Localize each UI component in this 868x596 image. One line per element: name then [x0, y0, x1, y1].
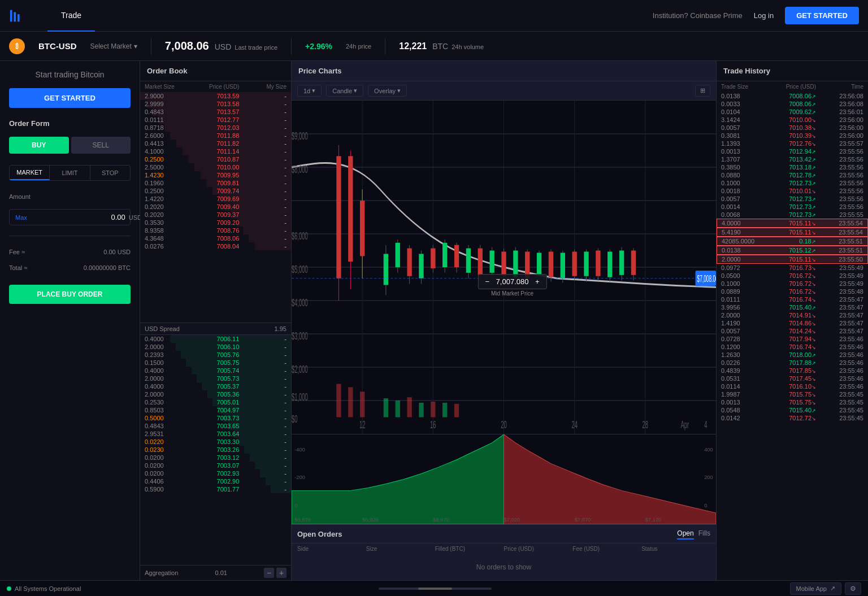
chart-settings-button[interactable]: ⊞ [695, 85, 710, 97]
ob-bid-row[interactable]: 0.44067002.90- [140, 477, 291, 485]
institution-link[interactable]: Institution? Coinbase Prime [653, 11, 743, 20]
ob-bid-row[interactable]: 0.02307003.26- [140, 446, 291, 454]
th-trade-price: 7010.01 [769, 188, 816, 194]
scrollbar-thumb[interactable] [418, 588, 452, 590]
agg-minus-button[interactable]: − [264, 568, 274, 578]
last-trade-price-group: 7,008.06 USD Last trade price [165, 40, 277, 53]
buy-tab[interactable]: BUY [9, 137, 69, 154]
up-arrow-icon [811, 172, 816, 179]
th-trade-price: 7017.45 [769, 375, 816, 382]
ob-bid-row[interactable]: 0.40007006.11- [140, 335, 291, 343]
th-trade-row: 0.00187010.0123:55:56 [717, 187, 868, 195]
ob-ask-row[interactable]: 0.87187012.03- [140, 124, 291, 132]
ob-bid-row[interactable]: 0.02007003.12- [140, 454, 291, 462]
sell-tab[interactable]: SELL [71, 137, 131, 154]
overlay-button[interactable]: Overlay ▾ [368, 85, 407, 97]
ob-ask-row[interactable]: 0.25007010.87- [140, 155, 291, 163]
th-trade-time: 23:55:56 [816, 172, 863, 179]
ob-bid-row[interactable]: 0.85037004.97- [140, 406, 291, 414]
nav-tabs: Trade [47, 0, 653, 32]
max-button[interactable]: Max [15, 214, 27, 221]
get-started-nav-button[interactable]: GET STARTED [785, 7, 859, 24]
ob-ask-price: 7013.59 [192, 93, 240, 99]
ob-bid-my-size: - [239, 367, 287, 374]
down-arrow-icon [811, 415, 816, 421]
limit-tab[interactable]: LIMIT [50, 166, 90, 180]
th-trade-row: 42085.00000.1823:55:51 [717, 237, 868, 246]
fee-row: Fee ≈ 0.00 USD [9, 249, 131, 255]
spread-label: USD Spread [145, 325, 180, 332]
volume-label: 24h volume [452, 43, 484, 50]
ob-bid-row[interactable]: 0.25307005.01- [140, 398, 291, 406]
nav-tab-trade[interactable]: Trade [47, 0, 95, 32]
th-trade-size: 0.0889 [721, 288, 769, 295]
ob-bid-row[interactable]: 0.40007005.74- [140, 367, 291, 375]
ob-bid-row[interactable]: 2.95317003.64- [140, 430, 291, 438]
svg-text:20: 20 [501, 419, 507, 430]
ob-ask-row[interactable]: 0.25007009.74- [140, 187, 291, 195]
ob-bid-row[interactable]: 0.59007001.77- [140, 485, 291, 493]
up-arrow-icon [811, 304, 816, 311]
agg-plus-button[interactable]: + [276, 568, 287, 578]
ob-ask-row[interactable]: 0.20207009.40- [140, 203, 291, 211]
select-market-button[interactable]: Select Market ▾ [90, 42, 137, 50]
th-trade-row: 0.01387015.1223:55:51 [717, 246, 868, 255]
th-trade-size: 0.0111 [721, 296, 769, 303]
ob-ask-row[interactable]: 2.99997013.58- [140, 100, 291, 108]
ob-bid-row[interactable]: 0.15007005.75- [140, 359, 291, 367]
scrollbar[interactable] [379, 588, 492, 590]
ob-ask-row[interactable]: 0.19607009.81- [140, 179, 291, 187]
timeframe-button[interactable]: 1d ▾ [297, 85, 322, 97]
place-buy-order-button[interactable]: PLACE BUY ORDER [9, 285, 131, 304]
th-trade-time: 23:56:00 [816, 124, 863, 131]
ob-ask-row[interactable]: 4.10007011.14- [140, 147, 291, 155]
ob-bid-row[interactable]: 0.23937005.76- [140, 351, 291, 359]
ob-bid-row[interactable]: 0.48437003.65- [140, 422, 291, 430]
up-arrow-icon [811, 195, 816, 202]
ob-ask-row[interactable]: 0.02767008.04- [140, 242, 291, 250]
oo-tab-fills[interactable]: Fills [698, 528, 710, 540]
up-arrow-icon [811, 164, 816, 171]
th-trade-size: 1.4190 [721, 320, 769, 327]
ob-bid-row[interactable]: 0.50007003.73- [140, 414, 291, 422]
ob-ask-row[interactable]: 1.42207009.69- [140, 195, 291, 203]
svg-text:200: 200 [704, 475, 713, 481]
ob-ask-row[interactable]: 2.60007011.88- [140, 132, 291, 140]
ob-ask-row[interactable]: 0.44137011.82- [140, 140, 291, 147]
ob-bid-row[interactable]: 0.02007003.07- [140, 462, 291, 469]
ob-ask-row[interactable]: 0.35307009.20- [140, 219, 291, 227]
svg-rect-30 [419, 254, 423, 278]
ob-bid-row[interactable]: 0.02007002.93- [140, 469, 291, 477]
th-trade-row: 0.09727016.7323:55:49 [717, 264, 868, 272]
th-trade-row: 5.41907015.1123:55:54 [717, 228, 868, 237]
ob-bid-row[interactable]: 2.00007005.36- [140, 390, 291, 398]
amount-input[interactable] [31, 213, 125, 221]
th-trade-price: 7016.74 [769, 343, 816, 350]
settings-button[interactable]: ⚙ [845, 582, 861, 595]
ob-ask-row[interactable]: 8.93587008.76- [140, 227, 291, 234]
ob-ask-row[interactable]: 0.01117012.77- [140, 116, 291, 124]
ob-bid-row[interactable]: 2.00007006.10- [140, 343, 291, 351]
ob-bid-row[interactable]: 0.40007005.37- [140, 382, 291, 390]
stop-tab[interactable]: STOP [90, 166, 130, 180]
ob-bid-row[interactable]: 2.00007005.73- [140, 375, 291, 382]
oo-tab-open[interactable]: Open [677, 528, 693, 540]
ob-ask-row[interactable]: 0.48437013.57- [140, 108, 291, 116]
ob-ask-row[interactable]: 2.90007013.59- [140, 92, 291, 100]
down-arrow-icon [811, 343, 816, 350]
ob-ask-my-size: - [239, 93, 287, 99]
mobile-app-button[interactable]: Mobile App ↗ [790, 582, 841, 595]
candle-type-button[interactable]: Candle ▾ [326, 85, 363, 97]
login-button[interactable]: Log in [754, 11, 774, 20]
ob-ask-row[interactable]: 4.36487008.06- [140, 234, 291, 242]
svg-text:$7,008.06: $7,008.06 [697, 274, 716, 284]
ob-bid-row[interactable]: 0.02207003.30- [140, 438, 291, 446]
market-tab[interactable]: MARKET [10, 166, 50, 180]
ob-ask-row[interactable]: 1.42307009.95- [140, 171, 291, 179]
ob-ask-row[interactable]: 0.20207009.37- [140, 211, 291, 219]
ob-ask-row[interactable]: 2.50007010.00- [140, 163, 291, 171]
th-trade-time: 23:55:48 [816, 288, 863, 295]
sidebar-get-started-button[interactable]: GET STARTED [9, 88, 131, 108]
th-trade-time: 23:55:46 [816, 343, 863, 350]
ob-bid-size: 0.4000 [145, 336, 192, 342]
